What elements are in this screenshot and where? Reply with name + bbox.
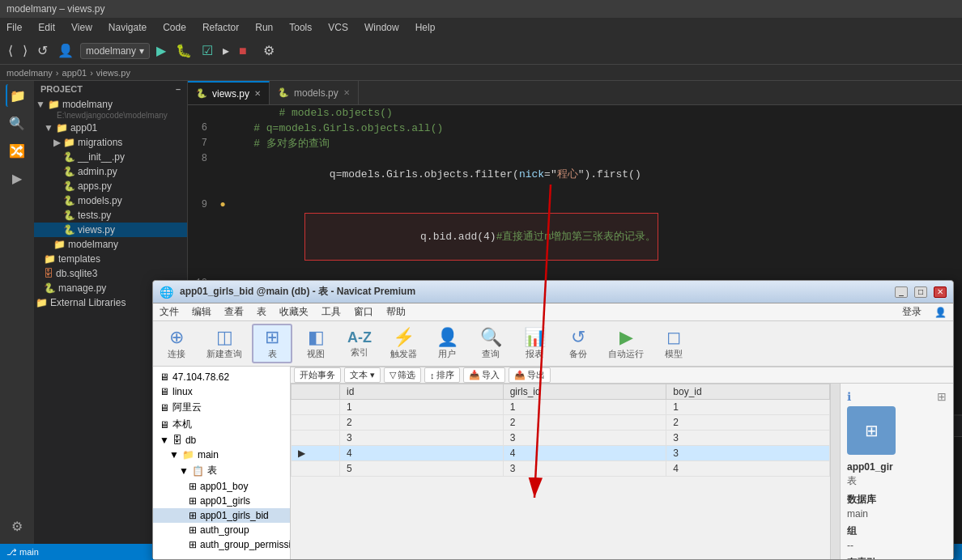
nav-tool-trigger[interactable]: ⚡ 触发器 bbox=[383, 325, 424, 362]
sidebar-item-admin[interactable]: 🐍 admin.py bbox=[34, 164, 187, 179]
nav-tree-item-tables[interactable]: ▼ 📋 表 bbox=[153, 462, 290, 479]
run-icon[interactable]: ▶ bbox=[6, 167, 28, 189]
menu-help[interactable]: Help bbox=[412, 20, 439, 35]
menu-refactor[interactable]: Refactor bbox=[199, 20, 242, 35]
nav-tool-model[interactable]: ◻ 模型 bbox=[653, 325, 694, 362]
nav-tool-view[interactable]: ◧ 视图 bbox=[296, 325, 336, 362]
nav-filter-button[interactable]: ▽筛选 bbox=[384, 367, 421, 383]
nav-tree-item-aliyun[interactable]: 🖥 阿里云 bbox=[153, 399, 290, 416]
tab-models[interactable]: 🐍 models.py ✕ bbox=[270, 81, 359, 104]
navicat-close-button[interactable]: ✕ bbox=[934, 286, 947, 298]
nav-tree-item-db[interactable]: ▼ 🗄 db bbox=[153, 433, 290, 448]
col-boy-id-header[interactable]: boy_id bbox=[666, 384, 830, 400]
breadcrumb-app01[interactable]: app01 bbox=[62, 68, 87, 78]
nav-tree-item-girls-bid[interactable]: ⊞ app01_girls_bid bbox=[153, 508, 290, 523]
nav-tree-item-main[interactable]: ▼ 📁 main bbox=[153, 448, 290, 462]
nav-menu-table[interactable]: 表 bbox=[253, 304, 270, 320]
settings-button[interactable]: ⚙ bbox=[260, 41, 278, 60]
nav-tree-item-auth-group[interactable]: ⊞ auth_group bbox=[153, 523, 290, 537]
nav-tool-table[interactable]: ⊞ 表 bbox=[252, 324, 292, 363]
sidebar-item-views[interactable]: 🐍 views.py bbox=[34, 223, 187, 237]
user-button[interactable]: 👤 bbox=[54, 41, 77, 60]
sidebar-item-models[interactable]: 🐍 models.py bbox=[34, 193, 187, 208]
nav-tree-item-auth-group-perm[interactable]: ⊞ auth_group_permissions bbox=[153, 537, 290, 552]
sidebar-item-init[interactable]: 🐍 __init__.py bbox=[34, 150, 187, 164]
navicat-minimize-button[interactable]: _ bbox=[895, 286, 908, 298]
more-run-button[interactable]: ▸ bbox=[219, 41, 232, 60]
nav-info-icon[interactable]: ℹ bbox=[847, 390, 851, 403]
run-config-selector[interactable]: modelmany ▾ bbox=[80, 43, 150, 59]
nav-tool-query[interactable]: 🔍 查询 bbox=[470, 325, 511, 362]
navicat-scrollbar[interactable] bbox=[830, 384, 840, 559]
tab-models-close[interactable]: ✕ bbox=[343, 88, 350, 97]
coverage-button[interactable]: ☑ bbox=[198, 41, 216, 60]
nav-begin-transaction-button[interactable]: 开始事务 bbox=[294, 367, 341, 383]
col-id-header[interactable]: id bbox=[340, 384, 504, 400]
tab-views[interactable]: 🐍 views.py ✕ bbox=[188, 81, 270, 104]
nav-tool-report[interactable]: 📊 报表 bbox=[514, 325, 555, 362]
search-icon[interactable]: 🔍 bbox=[6, 112, 28, 134]
menu-tools[interactable]: Tools bbox=[286, 20, 315, 35]
nav-menu-window[interactable]: 窗口 bbox=[351, 304, 377, 320]
nav-export-button[interactable]: 📤导出 bbox=[509, 367, 551, 383]
nav-tool-user[interactable]: 👤 用户 bbox=[427, 325, 467, 362]
back-button[interactable]: ⟨ bbox=[5, 41, 16, 60]
sidebar-item-app01[interactable]: ▼ 📁 app01 bbox=[34, 121, 187, 135]
col-girls-id-header[interactable]: girls_id bbox=[503, 384, 666, 400]
sidebar-item-modelmany2[interactable]: 📁 modelmany bbox=[34, 237, 187, 252]
run-button[interactable]: ▶ bbox=[153, 41, 169, 60]
nav-text-button[interactable]: 文本 ▾ bbox=[344, 367, 381, 383]
nav-tool-backup[interactable]: ↺ 备份 bbox=[558, 325, 598, 362]
settings-icon[interactable]: ⚙ bbox=[6, 515, 28, 537]
nav-tool-connect[interactable]: ⊕ 连接 bbox=[156, 325, 197, 362]
nav-tool-index[interactable]: A-Z 索引 bbox=[339, 328, 380, 360]
nav-tree-item-local[interactable]: 🖥 本机 bbox=[153, 416, 290, 433]
breadcrumb-modelmany[interactable]: modelmany bbox=[6, 68, 53, 78]
explorer-icon[interactable]: 📁 bbox=[6, 84, 28, 107]
nav-tree-item-ip[interactable]: 🖥 47.104.78.62 bbox=[153, 370, 290, 384]
nav-menu-file[interactable]: 文件 bbox=[156, 304, 182, 320]
forward-button[interactable]: ⟩ bbox=[19, 41, 31, 60]
sidebar-item-apps[interactable]: 🐍 apps.py bbox=[34, 179, 187, 193]
nav-login[interactable]: 登录 bbox=[899, 304, 925, 320]
sidebar-item-tests[interactable]: 🐍 tests.py bbox=[34, 208, 187, 223]
sidebar-item-modelmany[interactable]: ▼ 📁 modelmany E:\newdjangocode\modelmany bbox=[34, 97, 187, 121]
navicat-table-scroll[interactable]: id girls_id boy_id 1 1 1 bbox=[291, 384, 830, 559]
tab-views-close[interactable]: ✕ bbox=[254, 89, 261, 98]
menu-run[interactable]: Run bbox=[252, 20, 276, 35]
table-row[interactable]: 2 2 2 bbox=[292, 415, 830, 431]
table-row-selected[interactable]: ▶ 4 4 3 bbox=[292, 446, 830, 461]
sidebar-item-templates[interactable]: 📁 templates bbox=[34, 252, 187, 266]
nav-menu-fav[interactable]: 收藏夹 bbox=[276, 304, 312, 320]
menu-code[interactable]: Code bbox=[160, 20, 189, 35]
debug-button[interactable]: 🐛 bbox=[172, 41, 195, 60]
nav-grid-icon[interactable]: ⊞ bbox=[937, 390, 947, 403]
sidebar-item-migrations[interactable]: ▶ 📁 migrations bbox=[34, 135, 187, 150]
menu-window[interactable]: Window bbox=[361, 20, 402, 35]
nav-import-button[interactable]: 📥导入 bbox=[463, 367, 505, 383]
menu-navigate[interactable]: Navigate bbox=[105, 20, 150, 35]
menu-edit[interactable]: Edit bbox=[35, 20, 58, 35]
nav-tree-item-girls[interactable]: ⊞ app01_girls bbox=[153, 494, 290, 508]
stop-button[interactable]: ■ bbox=[236, 42, 250, 60]
refresh-button[interactable]: ↺ bbox=[34, 41, 51, 60]
menu-file[interactable]: File bbox=[3, 20, 25, 35]
table-row[interactable]: 1 1 1 bbox=[292, 400, 830, 415]
nav-menu-edit[interactable]: 编辑 bbox=[189, 304, 215, 320]
nav-sort-button[interactable]: ↕排序 bbox=[424, 367, 460, 383]
nav-tree-item-linux[interactable]: 🖥 linux bbox=[153, 384, 290, 399]
nav-menu-view[interactable]: 查看 bbox=[221, 304, 247, 320]
navicat-maximize-button[interactable]: □ bbox=[914, 286, 927, 298]
menu-view[interactable]: View bbox=[68, 20, 96, 35]
menu-vcs[interactable]: VCS bbox=[325, 20, 351, 35]
breadcrumb-viewspy[interactable]: views.py bbox=[96, 68, 130, 78]
nav-tree-item-boy[interactable]: ⊞ app01_boy bbox=[153, 479, 290, 494]
nav-menu-tools[interactable]: 工具 bbox=[318, 304, 344, 320]
sidebar-item-db[interactable]: 🗄 db.sqlite3 bbox=[34, 266, 187, 281]
table-row[interactable]: 3 3 3 bbox=[292, 431, 830, 446]
nav-tool-autorun[interactable]: ▶ 自动运行 bbox=[602, 325, 650, 362]
nav-menu-help[interactable]: 帮助 bbox=[383, 304, 409, 320]
nav-tool-newquery[interactable]: ◫ 新建查询 bbox=[200, 325, 249, 362]
sidebar-collapse-icon[interactable]: – bbox=[176, 84, 181, 94]
table-row[interactable]: 5 3 4 bbox=[292, 461, 830, 477]
